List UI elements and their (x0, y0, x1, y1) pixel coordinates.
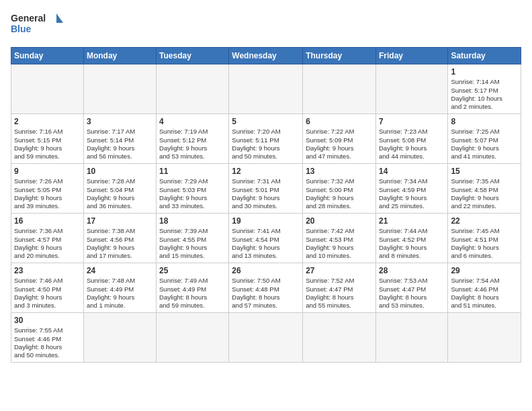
day-number: 1 (451, 66, 518, 77)
day-info: Sunrise: 7:35 AMSunset: 4:58 PMDaylight:… (451, 177, 518, 210)
weekday-friday: Friday (375, 48, 447, 64)
day-number: 30 (14, 315, 81, 326)
day-cell (448, 313, 521, 363)
day-info: Sunrise: 7:52 AMSunset: 4:47 PMDaylight:… (306, 277, 373, 310)
day-cell: 9Sunrise: 7:26 AMSunset: 5:05 PMDaylight… (11, 164, 84, 214)
day-number: 6 (306, 116, 373, 127)
day-info: Sunrise: 7:16 AMSunset: 5:15 PMDaylight:… (14, 128, 81, 161)
day-cell: 1Sunrise: 7:14 AMSunset: 5:17 PMDaylight… (448, 64, 521, 114)
day-info: Sunrise: 7:14 AMSunset: 5:17 PMDaylight:… (451, 78, 518, 111)
day-number: 24 (87, 265, 153, 276)
day-number: 19 (232, 216, 300, 226)
day-cell: 6Sunrise: 7:22 AMSunset: 5:09 PMDaylight… (303, 114, 376, 164)
day-cell (303, 64, 376, 114)
day-info: Sunrise: 7:42 AMSunset: 4:53 PMDaylight:… (306, 227, 373, 260)
day-cell: 14Sunrise: 7:34 AMSunset: 4:59 PMDayligh… (375, 164, 447, 214)
day-number: 13 (306, 166, 373, 177)
day-number: 16 (14, 216, 81, 226)
day-info: Sunrise: 7:41 AMSunset: 4:54 PMDaylight:… (232, 227, 300, 260)
day-cell: 16Sunrise: 7:36 AMSunset: 4:57 PMDayligh… (11, 214, 84, 263)
day-number: 10 (87, 166, 153, 177)
day-cell: 27Sunrise: 7:52 AMSunset: 4:47 PMDayligh… (303, 263, 376, 313)
day-number: 8 (451, 116, 518, 127)
day-cell: 25Sunrise: 7:49 AMSunset: 4:49 PMDayligh… (157, 263, 229, 313)
day-info: Sunrise: 7:17 AMSunset: 5:14 PMDaylight:… (87, 128, 153, 161)
day-number: 18 (159, 216, 226, 226)
day-info: Sunrise: 7:34 AMSunset: 4:59 PMDaylight:… (379, 177, 445, 210)
day-number: 20 (306, 216, 373, 226)
day-cell: 4Sunrise: 7:19 AMSunset: 5:12 PMDaylight… (157, 114, 229, 164)
day-number: 29 (451, 265, 518, 276)
day-cell: 5Sunrise: 7:20 AMSunset: 5:11 PMDaylight… (229, 114, 303, 164)
day-cell: 18Sunrise: 7:39 AMSunset: 4:55 PMDayligh… (157, 214, 229, 263)
day-number: 5 (232, 116, 300, 127)
day-info: Sunrise: 7:53 AMSunset: 4:47 PMDaylight:… (379, 277, 445, 310)
logo-svg: General Blue (11, 11, 64, 40)
weekday-monday: Monday (83, 48, 156, 64)
week-row-2: 9Sunrise: 7:26 AMSunset: 5:05 PMDaylight… (11, 164, 521, 214)
day-cell: 26Sunrise: 7:50 AMSunset: 4:48 PMDayligh… (229, 263, 303, 313)
day-cell: 19Sunrise: 7:41 AMSunset: 4:54 PMDayligh… (229, 214, 303, 263)
day-cell: 12Sunrise: 7:31 AMSunset: 5:01 PMDayligh… (229, 164, 303, 214)
day-cell (229, 64, 303, 114)
day-cell: 23Sunrise: 7:46 AMSunset: 4:50 PMDayligh… (11, 263, 84, 313)
day-cell: 30Sunrise: 7:55 AMSunset: 4:46 PMDayligh… (11, 313, 84, 363)
day-number: 22 (451, 216, 518, 226)
day-cell (375, 313, 447, 363)
day-cell: 29Sunrise: 7:54 AMSunset: 4:46 PMDayligh… (448, 263, 521, 313)
calendar: SundayMondayTuesdayWednesdayThursdayFrid… (11, 47, 521, 363)
day-info: Sunrise: 7:49 AMSunset: 4:49 PMDaylight:… (159, 277, 226, 310)
day-info: Sunrise: 7:44 AMSunset: 4:52 PMDaylight:… (379, 227, 445, 260)
day-info: Sunrise: 7:26 AMSunset: 5:05 PMDaylight:… (14, 177, 81, 210)
day-cell: 11Sunrise: 7:29 AMSunset: 5:03 PMDayligh… (157, 164, 229, 214)
day-info: Sunrise: 7:39 AMSunset: 4:55 PMDaylight:… (159, 227, 226, 260)
day-number: 27 (306, 265, 373, 276)
day-cell: 3Sunrise: 7:17 AMSunset: 5:14 PMDaylight… (83, 114, 156, 164)
day-number: 3 (87, 116, 153, 127)
day-cell (375, 64, 447, 114)
day-cell: 15Sunrise: 7:35 AMSunset: 4:58 PMDayligh… (448, 164, 521, 214)
day-info: Sunrise: 7:20 AMSunset: 5:11 PMDaylight:… (232, 128, 300, 161)
day-info: Sunrise: 7:46 AMSunset: 4:50 PMDaylight:… (14, 277, 81, 310)
day-cell: 8Sunrise: 7:25 AMSunset: 5:07 PMDaylight… (448, 114, 521, 164)
weekday-thursday: Thursday (303, 48, 376, 64)
page: General Blue SundayMondayTuesdayWednesda… (0, 0, 532, 411)
svg-marker-2 (56, 13, 63, 23)
day-number: 9 (14, 166, 81, 177)
week-row-0: 1Sunrise: 7:14 AMSunset: 5:17 PMDaylight… (11, 64, 521, 114)
day-cell (83, 313, 156, 363)
day-cell (157, 313, 229, 363)
day-info: Sunrise: 7:38 AMSunset: 4:56 PMDaylight:… (87, 227, 153, 260)
weekday-tuesday: Tuesday (157, 48, 229, 64)
day-cell: 7Sunrise: 7:23 AMSunset: 5:08 PMDaylight… (375, 114, 447, 164)
day-cell: 21Sunrise: 7:44 AMSunset: 4:52 PMDayligh… (375, 214, 447, 263)
day-info: Sunrise: 7:50 AMSunset: 4:48 PMDaylight:… (232, 277, 300, 310)
day-number: 25 (159, 265, 226, 276)
day-cell (11, 64, 84, 114)
day-number: 4 (159, 116, 226, 127)
weekday-wednesday: Wednesday (229, 48, 303, 64)
day-info: Sunrise: 7:19 AMSunset: 5:12 PMDaylight:… (159, 128, 226, 161)
day-info: Sunrise: 7:32 AMSunset: 5:00 PMDaylight:… (306, 177, 373, 210)
day-cell: 2Sunrise: 7:16 AMSunset: 5:15 PMDaylight… (11, 114, 84, 164)
day-info: Sunrise: 7:45 AMSunset: 4:51 PMDaylight:… (451, 227, 518, 260)
day-number: 2 (14, 116, 81, 127)
day-info: Sunrise: 7:29 AMSunset: 5:03 PMDaylight:… (159, 177, 226, 210)
calendar-body: 1Sunrise: 7:14 AMSunset: 5:17 PMDaylight… (11, 64, 521, 363)
day-info: Sunrise: 7:54 AMSunset: 4:46 PMDaylight:… (451, 277, 518, 310)
weekday-sunday: Sunday (11, 48, 84, 64)
week-row-3: 16Sunrise: 7:36 AMSunset: 4:57 PMDayligh… (11, 214, 521, 263)
day-number: 15 (451, 166, 518, 177)
header: General Blue (11, 11, 521, 40)
weekday-saturday: Saturday (448, 48, 521, 64)
week-row-4: 23Sunrise: 7:46 AMSunset: 4:50 PMDayligh… (11, 263, 521, 313)
day-number: 14 (379, 166, 445, 177)
day-cell (157, 64, 229, 114)
svg-text:General: General (11, 13, 46, 24)
week-row-1: 2Sunrise: 7:16 AMSunset: 5:15 PMDaylight… (11, 114, 521, 164)
day-info: Sunrise: 7:55 AMSunset: 4:46 PMDaylight:… (14, 326, 81, 359)
day-cell (229, 313, 303, 363)
day-number: 23 (14, 265, 81, 276)
day-info: Sunrise: 7:28 AMSunset: 5:04 PMDaylight:… (87, 177, 153, 210)
day-number: 26 (232, 265, 300, 276)
